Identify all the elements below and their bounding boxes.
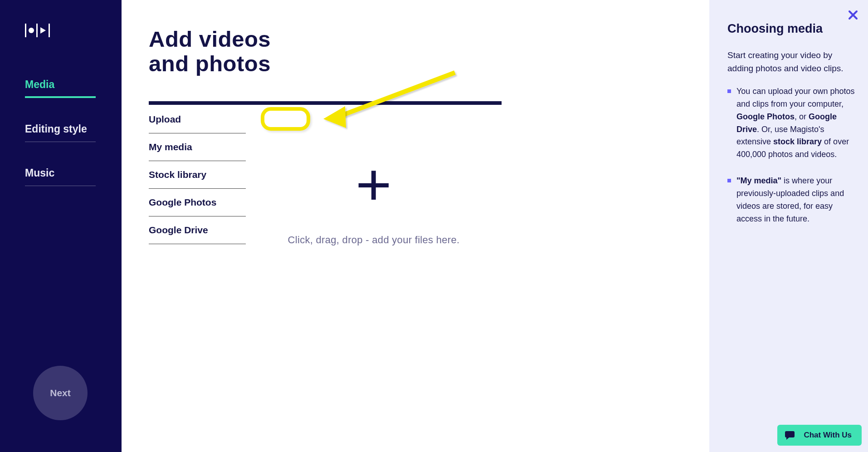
svg-rect-4 — [49, 24, 50, 37]
help-text: You can upload your own photos and clips… — [736, 87, 855, 108]
page-title-line1: Add videos — [149, 27, 271, 51]
source-upload[interactable]: Upload — [149, 105, 246, 133]
sidebar-item-editing-style[interactable]: Editing style — [25, 123, 96, 142]
help-bullet-2: "My media" is where your previously-uplo… — [727, 175, 855, 226]
page-title-line2: and photos — [149, 51, 271, 76]
sidebar: Media Editing style Music Next — [0, 0, 122, 452]
help-text: , or — [795, 112, 809, 121]
content-area: Add videos and photos Upload My media St… — [122, 0, 709, 452]
add-files-plus-icon: + — [356, 155, 392, 214]
sidebar-item-media[interactable]: Media — [25, 79, 96, 98]
source-my-media[interactable]: My media — [149, 133, 246, 161]
help-text-bold: Google Photos — [736, 112, 795, 121]
help-text-bold: "My media" — [736, 176, 781, 185]
upload-dropzone[interactable]: + Click, drag, drop - add your files her… — [246, 105, 502, 246]
next-button[interactable]: Next — [33, 366, 88, 420]
help-close-button[interactable] — [848, 10, 858, 22]
sidebar-item-music[interactable]: Music — [25, 167, 96, 186]
page-title: Add videos and photos — [149, 27, 682, 76]
help-panel: Choosing media Start creating your video… — [709, 0, 868, 452]
chat-icon — [784, 429, 795, 441]
source-google-drive[interactable]: Google Drive — [149, 216, 246, 244]
media-source-list: Upload My media Stock library Google Pho… — [149, 105, 246, 246]
main-panel: Add videos and photos Upload My media St… — [122, 0, 868, 452]
source-stock-library[interactable]: Stock library — [149, 161, 246, 189]
svg-rect-2 — [36, 24, 38, 37]
help-bullet-1: You can upload your own photos and clips… — [727, 85, 855, 161]
app-logo — [25, 23, 122, 40]
dropzone-hint: Click, drag, drop - add your files here. — [288, 234, 460, 246]
svg-marker-3 — [40, 27, 46, 34]
close-icon — [848, 10, 858, 20]
source-google-photos[interactable]: Google Photos — [149, 189, 246, 216]
svg-point-1 — [29, 28, 34, 33]
help-text-bold: stock library — [773, 137, 822, 146]
title-rule — [149, 101, 502, 105]
help-bullet-list: You can upload your own photos and clips… — [727, 85, 855, 226]
help-title: Choosing media — [727, 22, 855, 36]
chat-button-label: Chat With Us — [804, 431, 852, 440]
chat-with-us-button[interactable]: Chat With Us — [777, 425, 862, 446]
help-intro: Start creating your video by adding phot… — [727, 49, 855, 75]
svg-rect-0 — [25, 24, 26, 37]
